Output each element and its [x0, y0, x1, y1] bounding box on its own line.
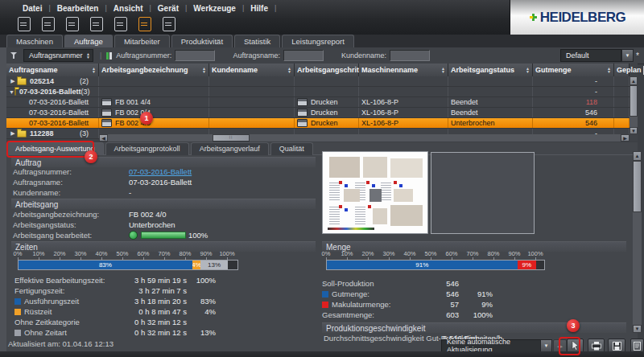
refresh-mode-select[interactable]: Keine automatische Aktualisierung — [441, 339, 548, 352]
sort-arrows-icon[interactable]: ▲▼ — [287, 67, 291, 73]
machines-report-icon[interactable] — [18, 17, 31, 31]
order-report-icon[interactable] — [138, 17, 151, 31]
menu-datei[interactable]: Datei — [16, 4, 48, 13]
scale-tick-label: 60% — [445, 250, 457, 257]
sort-field-select[interactable]: Auftragsnummer ▲▼ — [23, 49, 93, 62]
refresh-dropdown-arrow-icon[interactable]: ▼ — [540, 339, 552, 352]
menu-hilfe[interactable]: Hilfe — [244, 4, 275, 13]
auftragsnummer-link[interactable]: 07-03-2016-Ballett — [129, 167, 192, 176]
stat-row: Effektive Bearbeitungszeit:3 h 59 min 19… — [14, 276, 216, 285]
detail-tab-arbeitsgangverlauf[interactable]: Arbeitsgangverlauf — [191, 142, 269, 155]
sort-arrows-icon[interactable]: ▲▼ — [92, 67, 96, 73]
column-header-geplan[interactable]: Geplan — [614, 64, 630, 76]
column-header-auftragsname[interactable]: Auftragsname▲▼ — [6, 64, 99, 76]
table-horizontal-scrollbar[interactable]: ◀ ⦙⦙ ▶ — [99, 134, 630, 142]
filter-columns-icon[interactable] — [106, 52, 112, 60]
scroll-down-icon[interactable]: ▼ — [630, 127, 638, 134]
scroll-up-icon[interactable]: ▲ — [630, 76, 638, 85]
expand-icon[interactable]: ▶ — [9, 130, 17, 137]
scale-tick-label: 40% — [95, 250, 107, 257]
sheet-preview-thumbnail[interactable] — [322, 151, 428, 234]
sort-arrows-icon[interactable]: ▲▼ — [526, 67, 530, 73]
menu-bearbeiten[interactable]: Bearbeiten — [51, 4, 105, 13]
collapse-icon[interactable]: ▼ — [9, 89, 14, 95]
document-list-icon[interactable] — [163, 17, 175, 31]
scale-tick — [452, 257, 452, 260]
sort-arrows-icon[interactable]: ▲▼ — [607, 67, 611, 73]
scale-tick-label: 100% — [219, 250, 234, 257]
preset-select[interactable]: Default — [560, 49, 621, 62]
column-header-arbeitsgangstatus[interactable]: Arbeitsgangstatus▲▼ — [448, 64, 533, 76]
menu-werkzeuge[interactable]: Werkzeuge — [187, 4, 242, 13]
stat-percent: 4% — [187, 307, 216, 316]
operator-icon[interactable] — [90, 17, 103, 31]
menge-stacked-bar: 91%9% — [326, 260, 545, 270]
cell-auftragsname: 07-03-2016-Ballett — [6, 118, 99, 128]
stat-percent: 83% — [187, 297, 216, 306]
back-side-preview-placeholder[interactable] — [431, 152, 535, 234]
table-row[interactable]: 07-03-2016-BallettFB 001 4/4DruckenXL-10… — [6, 97, 630, 108]
spinner-icon[interactable]: ▲▼ — [86, 52, 90, 59]
scale-tick — [164, 257, 165, 260]
filter-input-kundenname-[interactable] — [390, 50, 430, 61]
sort-arrows-icon[interactable]: ▲▼ — [441, 67, 445, 73]
stat-label: Makulaturmenge: — [332, 300, 390, 309]
auftragsname-value: 07-03-2016-Ballett — [129, 178, 192, 187]
scroll-down-icon[interactable]: ▼ — [633, 325, 642, 333]
scrollbar-thumb[interactable] — [630, 85, 638, 117]
column-header-gutmenge[interactable]: Gutmenge▲▼ — [533, 64, 614, 76]
detail-tab-arbeitsgangprotokoll[interactable]: Arbeitsgangprotokoll — [105, 142, 189, 155]
scroll-left-icon[interactable]: ◀ — [99, 134, 108, 142]
filter-input-auftragsnummer-[interactable] — [175, 50, 215, 61]
filter-input-auftragsname-[interactable] — [283, 50, 324, 61]
bar-segment: 13% — [200, 261, 228, 269]
preset-dropdown-arrow-icon[interactable]: ▼ — [621, 49, 634, 62]
column-header-arbeitsgangschritte[interactable]: Arbeitsgangschritte▲▼ — [295, 64, 359, 76]
scale-tick — [514, 257, 515, 260]
tab-aufträge[interactable]: Aufträge — [64, 35, 113, 47]
stat-value: 0 h 32 min 12 s — [113, 328, 187, 337]
column-label: Gutmenge — [535, 66, 572, 74]
tab-maschinen[interactable]: Maschinen — [6, 35, 63, 47]
device-settings-icon[interactable] — [66, 17, 79, 31]
scale-tick-label: 70% — [158, 250, 170, 257]
tab-leistungsreport[interactable]: Leistungsreport — [282, 35, 353, 47]
cell-arbeitsgangbezeichnung — [99, 76, 209, 86]
scroll-right-icon[interactable]: ▶ — [621, 134, 630, 142]
press-icon[interactable] — [42, 17, 55, 31]
scale-tick-label: 40% — [403, 250, 415, 257]
table-row[interactable]: 07-03-2016-BallettFB 002 4/0DruckenXL-10… — [6, 118, 630, 129]
scrollbar-thumb[interactable]: ⦙⦙ — [213, 134, 250, 142]
column-header-maschinenname[interactable]: Maschinenname▲▼ — [359, 64, 448, 76]
expand-icon[interactable]: ▶ — [9, 78, 17, 84]
scale-tick — [431, 257, 431, 260]
stat-row: Fertigungszeit:3 h 27 min 7 s — [14, 286, 216, 295]
menu-gerät[interactable]: Gerät — [151, 4, 185, 13]
stat-value: 3 h 27 min 7 s — [113, 286, 187, 295]
cell-gutmenge: 118 — [533, 97, 614, 107]
tab-mitarbeiter[interactable]: Mitarbeiter — [114, 35, 170, 47]
sort-arrows-icon[interactable]: ▲▼ — [202, 67, 206, 73]
kundenname-value: - — [129, 188, 131, 197]
detail-vertical-scrollbar[interactable]: ▲ ▼ — [633, 151, 642, 333]
annotation-rect-button — [559, 337, 580, 355]
detail-panel: Arbeitsgang-AuswertungArbeitsgangprotoko… — [6, 142, 638, 357]
tab-statistik[interactable]: Statistik — [234, 35, 280, 47]
column-header-kundenname[interactable]: Kundenname▲▼ — [209, 64, 295, 76]
detail-tab-qualität[interactable]: Qualität — [270, 142, 313, 155]
column-label: Maschinenname — [361, 66, 418, 74]
scrollbar-thumb[interactable] — [633, 161, 642, 212]
table-row[interactable]: 07-03-2016-BallettFB 002 0/4DruckenXL-10… — [6, 108, 630, 118]
sort-order-icon[interactable] — [10, 52, 18, 59]
scale-tick-label: 60% — [137, 250, 149, 257]
table-vertical-scrollbar[interactable]: ▲ ▼ — [630, 76, 638, 134]
menu-ansicht[interactable]: Ansicht — [107, 4, 150, 13]
column-header-arbeitsgangbezeichnung[interactable]: Arbeitsgangbezeichnung▲▼ — [99, 64, 209, 76]
filter-label-auftragsname-: Auftragsname: — [233, 51, 280, 60]
tab-produktivität[interactable]: Produktivität — [171, 35, 233, 47]
table-row[interactable]: ▼07-03-2016-Ballett(3)- — [6, 87, 630, 97]
filter-fields: Auftragsnummer:Auftragsname:Kundenname: — [116, 50, 448, 61]
document-transfer-icon[interactable] — [114, 17, 127, 31]
scroll-up-icon[interactable]: ▲ — [633, 151, 642, 161]
table-row[interactable]: ▶025214(2)- — [6, 76, 630, 87]
